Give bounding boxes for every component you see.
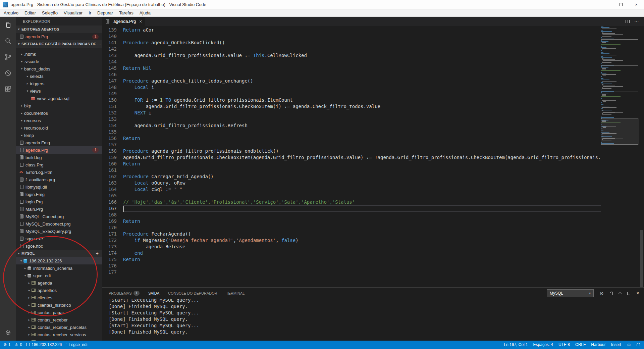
source-control-icon[interactable]	[0, 49, 16, 65]
debug-icon[interactable]	[0, 65, 16, 81]
tree-item-sgce-hbc[interactable]: sgce.hbc	[16, 242, 102, 250]
panel-tab-saida[interactable]: SAÍDA	[148, 288, 159, 299]
mysql-item-contas-receber[interactable]: ▸contas_receber	[16, 316, 102, 323]
mysql-item-186-202-132-226[interactable]: ▾186.202.132.226	[16, 257, 102, 264]
chevron-right-icon: ▸	[27, 326, 32, 329]
mysql-item-contas-receber-servicos[interactable]: ▸contas_receber_servicos	[16, 331, 102, 338]
add-connection-icon[interactable]: +	[96, 250, 99, 257]
code-lines: 139Return aCor140141Procedure agenda_OnC…	[102, 26, 644, 287]
tree-item-agenda-fmg[interactable]: agenda.Fmg	[16, 139, 102, 146]
mysql-item-clientes-historico[interactable]: ▸clientes_historico	[16, 301, 102, 309]
tree-item-view-agenda-sql[interactable]: view_agenda.sql	[16, 95, 102, 102]
mysql-item-sgce-edi[interactable]: ▾sgce_edi	[16, 272, 102, 279]
tree-item-build-log[interactable]: build.log	[16, 154, 102, 161]
mysql-item-aparelhos[interactable]: ▸aparelhos	[16, 287, 102, 294]
menu-item-visualizar[interactable]: Visualizar	[61, 9, 86, 17]
status-ln-167-col-1[interactable]: Ln 167, Col 1	[504, 342, 528, 347]
status-insert[interactable]: Insert	[611, 342, 621, 347]
search-icon[interactable]	[0, 33, 16, 49]
tree-item-f-auxiliares-prg[interactable]: f_auxiliares.prg	[16, 176, 102, 183]
tree-item-errorlog-htm[interactable]: <>ErrorLog.Htm	[16, 168, 102, 176]
status-harbour[interactable]: Harbour	[591, 342, 605, 347]
line-number: 144	[102, 59, 117, 65]
line-number: 173	[102, 244, 117, 250]
menu-item-ir[interactable]: Ir	[86, 9, 94, 17]
tree-item-views[interactable]: ▾views	[16, 87, 102, 95]
notifications-bell-icon[interactable]	[637, 343, 640, 346]
open-editor-agenda-prg[interactable]: agenda.Prg1	[16, 33, 102, 40]
menu-item-ajuda[interactable]: Ajuda	[137, 9, 154, 17]
scroll-lock-icon[interactable]	[610, 291, 613, 295]
section-open-editors[interactable]: ▾EDITORES ABERTOS	[16, 26, 102, 33]
tree-item-recursos-old[interactable]: ▸recursos.old	[16, 124, 102, 132]
code-line-172: 172 if MsgYesNo('Deseja fechar agenda?',…	[102, 237, 644, 244]
menu-item-arquivo[interactable]: Arquivo	[1, 9, 21, 17]
tree-item-login-prg[interactable]: login.Prg	[16, 198, 102, 205]
tree-item-mysql-desconect-prg[interactable]: MySQL_Desconect.prg	[16, 220, 102, 228]
output-channel-select[interactable]: MySQL ▾	[547, 289, 594, 297]
menu-item-tarefas[interactable]: Tarefas	[116, 9, 137, 17]
tree-item-libmysql-dll[interactable]: libmysql.dll	[16, 183, 102, 191]
minimize-button[interactable]: –	[598, 0, 613, 9]
more-actions-icon[interactable]: ⋯	[634, 19, 639, 24]
panel-tab-terminal[interactable]: TERMINAL	[226, 288, 245, 299]
tree-item-mysql-execquery-prg[interactable]: MySQL_ExecQuery.prg	[16, 228, 102, 235]
feedback-smiley-icon[interactable]: ☺	[627, 343, 631, 347]
tree-item-banco-dados[interactable]: ▾banco_dados	[16, 65, 102, 72]
output-view[interactable]: [Start] Executing MySQL query...[Done] F…	[102, 299, 644, 341]
clear-output-icon[interactable]: ⊘	[600, 291, 604, 296]
mysql-item-label: contas_receber_servicos	[38, 332, 102, 337]
scrollbar-thumb[interactable]	[640, 230, 643, 287]
maximize-button[interactable]	[613, 0, 629, 9]
status-database-sgce-edi[interactable]: sgce_edi	[66, 342, 87, 347]
mysql-item-contas-pagar[interactable]: ▸contas_pagar	[16, 309, 102, 316]
panel-tab-problemas[interactable]: PROBLEMAS1	[109, 288, 140, 299]
tree-item-login-fmg[interactable]: login.Fmg	[16, 191, 102, 198]
menu-item-selecao[interactable]: Seleção	[39, 9, 61, 17]
tree-item-vscode[interactable]: ▸.vscode	[16, 58, 102, 65]
status-error-1[interactable]: ⊗1	[3, 342, 11, 347]
status-utf-8[interactable]: UTF-8	[558, 342, 570, 347]
menu-item-editar[interactable]: Editar	[21, 9, 39, 17]
tree-item-documentos[interactable]: ▸documentos	[16, 109, 102, 117]
status-crlf[interactable]: CRLF	[575, 342, 586, 347]
maximize-panel-icon[interactable]	[619, 292, 621, 295]
editor-scrollbar[interactable]	[639, 26, 644, 287]
explorer-icon[interactable]	[0, 17, 16, 33]
mysql-item-item[interactable]: ▸	[16, 338, 102, 341]
tree-item-bkp[interactable]: ▸bkp	[16, 102, 102, 109]
tree-item-mysql-conect-prg[interactable]: MySQL_Conect.prg	[16, 213, 102, 220]
close-panel-icon[interactable]: ×	[636, 290, 639, 296]
code-editor[interactable]: 139Return aCor140141Procedure agenda_OnC…	[102, 26, 644, 287]
menu-item-depurar[interactable]: Depurar	[94, 9, 116, 17]
close-button[interactable]: ×	[629, 0, 644, 9]
status-espacos-4[interactable]: Espaços: 4	[533, 342, 553, 347]
extensions-icon[interactable]	[0, 81, 16, 97]
tree-item-selects[interactable]: ▸selects	[16, 72, 102, 80]
minimap-slider[interactable]	[601, 118, 639, 145]
tree-item-hbmk[interactable]: ▸.hbmk	[16, 50, 102, 58]
tree-item-sgce-exe[interactable]: sgce.exe	[16, 235, 102, 242]
line-number: 147	[102, 78, 117, 84]
tree-item-temp[interactable]: ▸temp	[16, 132, 102, 139]
tab-close-icon[interactable]: ×	[139, 19, 142, 24]
tree-item-recursos[interactable]: ▸recursos	[16, 117, 102, 124]
mysql-item-contas-receber-parcelas[interactable]: ▸contas_receber_parcelas	[16, 323, 102, 331]
settings-gear-icon[interactable]	[0, 325, 16, 341]
tab-agenda-prg[interactable]: agenda.Prg ×	[102, 17, 145, 26]
mysql-item-clientes[interactable]: ▸clientes	[16, 294, 102, 301]
minimap[interactable]	[601, 26, 639, 287]
mysql-item-agenda[interactable]: ▸agenda	[16, 279, 102, 287]
tree-item-agenda-prg[interactable]: agenda.Prg1	[16, 146, 102, 154]
tree-item-main-prg[interactable]: Main.Prg	[16, 205, 102, 213]
section-mysql[interactable]: ▾MYSQL+	[16, 250, 102, 257]
tree-item-triggers[interactable]: ▸triggers	[16, 80, 102, 87]
section-workspace[interactable]: ▾SISTEMA DE GESTÃO PARA CLÍNICAS DE ES..…	[16, 40, 102, 48]
panel-layout-icon[interactable]	[627, 292, 630, 295]
panel-tab-console-do-depurador[interactable]: CONSOLE DO DEPURADOR	[168, 288, 217, 299]
mysql-item-information-schema[interactable]: ▸information_schema	[16, 264, 102, 272]
split-editor-icon[interactable]	[626, 20, 630, 23]
status-warning-0[interactable]: ⚠0	[15, 342, 22, 347]
tree-item-class-prg[interactable]: class.Prg	[16, 161, 102, 168]
status-database-186-202-132-226[interactable]: 186.202.132.226	[26, 342, 62, 347]
